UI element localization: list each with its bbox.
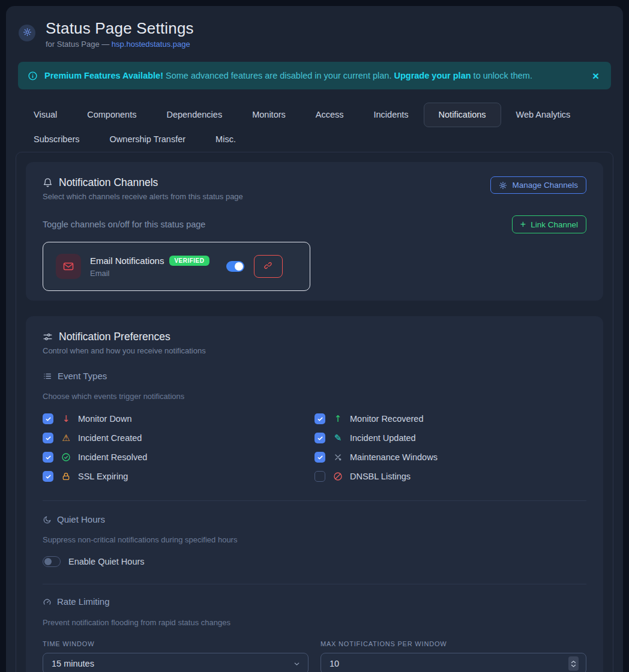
status-page-link[interactable]: hsp.hostedstatus.page bbox=[112, 40, 190, 49]
tab-web-analytics[interactable]: Web Analytics bbox=[501, 103, 586, 127]
toggle-channels-hint: Toggle channels on/off for this status p… bbox=[43, 220, 205, 229]
preferences-subtitle: Control when and how you receive notific… bbox=[43, 346, 586, 355]
banner-bold: Premium Features Available! bbox=[44, 71, 163, 80]
notification-channels-card: Notification Channels Select which chann… bbox=[26, 162, 603, 301]
manage-channels-button[interactable]: Manage Channels bbox=[490, 176, 586, 194]
event-types-title: Event Types bbox=[58, 371, 107, 382]
event-types-subtitle: Choose which events trigger notification… bbox=[43, 392, 586, 401]
divider bbox=[43, 500, 586, 501]
tab-monitors[interactable]: Monitors bbox=[237, 103, 301, 127]
lock-icon bbox=[60, 472, 72, 481]
event-label: Incident Created bbox=[78, 433, 142, 443]
checkbox-checked[interactable] bbox=[314, 433, 325, 443]
channel-type: Email bbox=[90, 269, 209, 278]
event-label: DNSBL Listings bbox=[350, 472, 411, 481]
quiet-hours-title: Quiet Hours bbox=[57, 514, 105, 525]
quiet-hours-subtitle: Suppress non-critical notifications duri… bbox=[43, 535, 586, 544]
checkbox-checked[interactable] bbox=[314, 452, 325, 463]
link-channel-button[interactable]: + Link Channel bbox=[512, 215, 586, 233]
event-row: Incident Resolved bbox=[43, 451, 314, 463]
verified-badge: VERIFIED bbox=[169, 256, 209, 266]
event-label: Monitor Recovered bbox=[350, 414, 424, 424]
notification-preferences-card: Notification Preferences Control when an… bbox=[26, 316, 603, 672]
info-icon bbox=[28, 71, 38, 81]
tools-icon bbox=[332, 452, 344, 462]
rate-limiting-title-row: Rate Limiting bbox=[43, 596, 586, 607]
max-notifications-value: 10 bbox=[330, 659, 339, 668]
banner-suffix: to unlock them. bbox=[471, 71, 532, 80]
premium-banner: Premium Features Available! Some advance… bbox=[18, 62, 611, 89]
checkbox-checked[interactable] bbox=[43, 433, 53, 443]
event-row: DNSBL Listings bbox=[314, 470, 586, 482]
tab-misc[interactable]: Misc. bbox=[200, 127, 251, 152]
link-channel-label: Link Channel bbox=[531, 220, 578, 229]
page-subtitle: for Status Page — hsp.hostedstatus.page bbox=[46, 40, 194, 49]
gear-icon bbox=[499, 181, 507, 190]
time-window-value: 15 minutes bbox=[52, 659, 94, 668]
max-notifications-label: MAX NOTIFICATIONS PER WINDOW bbox=[321, 640, 586, 647]
event-label: Monitor Down bbox=[78, 414, 131, 424]
email-channel-card: Email Notifications VERIFIED Email bbox=[43, 242, 310, 291]
close-icon[interactable]: × bbox=[590, 69, 601, 83]
arrow-up-icon: ↑ bbox=[332, 415, 344, 424]
pencil-icon: ✎ bbox=[332, 434, 344, 443]
subtitle-prefix: for Status Page — bbox=[46, 40, 112, 49]
gear-icon bbox=[23, 28, 32, 39]
email-channel-toggle[interactable] bbox=[226, 261, 244, 272]
event-label: Maintenance Windows bbox=[350, 452, 438, 462]
quiet-hours-title-row: Quiet Hours bbox=[43, 514, 586, 525]
preferences-title: Notification Preferences bbox=[59, 331, 170, 343]
number-stepper[interactable] bbox=[568, 656, 579, 671]
tab-components[interactable]: Components bbox=[72, 103, 151, 127]
gauge-icon bbox=[43, 598, 52, 607]
plus-icon: + bbox=[520, 220, 526, 229]
upgrade-plan-link[interactable]: Upgrade your plan bbox=[394, 71, 471, 80]
event-types-title-row: Event Types bbox=[43, 371, 586, 382]
tab-access[interactable]: Access bbox=[301, 103, 359, 127]
checkbox-unchecked[interactable] bbox=[314, 471, 325, 482]
event-row: ✎Incident Updated bbox=[314, 432, 586, 444]
checkbox-checked[interactable] bbox=[43, 471, 53, 482]
event-row: SSL Expiring bbox=[43, 470, 314, 482]
quiet-hours-toggle[interactable] bbox=[43, 556, 61, 567]
manage-channels-label: Manage Channels bbox=[512, 181, 578, 190]
events-grid: ↓Monitor Down↑Monitor Recovered⚠Incident… bbox=[43, 413, 586, 482]
divider bbox=[43, 584, 586, 584]
checkbox-checked[interactable] bbox=[43, 413, 53, 424]
check-circle-icon bbox=[60, 452, 72, 462]
sliders-icon bbox=[43, 332, 53, 342]
channel-name: Email Notifications bbox=[90, 256, 164, 266]
chain-link-icon bbox=[263, 261, 272, 272]
channels-subtitle: Select which channels receive alerts fro… bbox=[43, 192, 243, 201]
chevron-down-icon bbox=[293, 660, 301, 668]
preferences-title-row: Notification Preferences bbox=[43, 331, 586, 343]
moon-icon bbox=[43, 515, 52, 524]
max-notifications-field: MAX NOTIFICATIONS PER WINDOW 10 bbox=[321, 640, 586, 672]
tab-notifications[interactable]: Notifications bbox=[424, 103, 501, 127]
tabs: VisualComponentsDependenciesMonitorsAcce… bbox=[16, 103, 613, 152]
time-window-select[interactable]: 15 minutes bbox=[43, 653, 308, 672]
list-icon bbox=[43, 371, 52, 381]
gear-avatar bbox=[19, 25, 35, 41]
rate-limiting-subtitle: Prevent notification flooding from rapid… bbox=[43, 618, 586, 627]
tab-subscribers[interactable]: Subscribers bbox=[19, 127, 95, 152]
bell-icon bbox=[43, 178, 53, 188]
time-window-label: TIME WINDOW bbox=[43, 640, 308, 647]
event-label: SSL Expiring bbox=[78, 472, 128, 481]
tab-ownership-transfer[interactable]: Ownership Transfer bbox=[95, 127, 201, 152]
time-window-field: TIME WINDOW 15 minutes bbox=[43, 640, 308, 672]
tab-visual[interactable]: Visual bbox=[19, 103, 72, 127]
ban-icon bbox=[332, 472, 344, 481]
tab-dependencies[interactable]: Dependencies bbox=[151, 103, 237, 127]
warning-icon: ⚠ bbox=[60, 434, 72, 443]
tab-incidents[interactable]: Incidents bbox=[359, 103, 424, 127]
email-icon bbox=[56, 254, 81, 279]
unlink-channel-button[interactable] bbox=[254, 255, 283, 278]
checkbox-checked[interactable] bbox=[314, 413, 325, 424]
max-notifications-input[interactable]: 10 bbox=[321, 653, 586, 672]
rate-limiting-title: Rate Limiting bbox=[57, 596, 110, 607]
event-row: ↓Monitor Down bbox=[43, 413, 314, 425]
banner-message: Premium Features Available! Some advance… bbox=[44, 71, 532, 80]
event-row: Maintenance Windows bbox=[314, 451, 586, 463]
checkbox-checked[interactable] bbox=[43, 452, 53, 463]
